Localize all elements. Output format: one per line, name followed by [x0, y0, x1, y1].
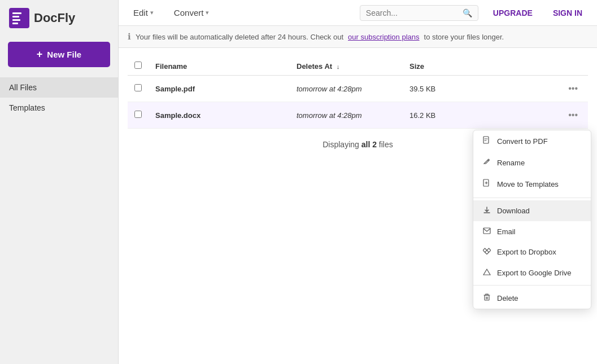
info-icon: ℹ: [128, 32, 131, 42]
row2-size-cell: 16.2 KB: [403, 102, 470, 129]
check-column-header: [128, 57, 149, 76]
filename-column-header[interactable]: Filename: [149, 57, 290, 76]
upgrade-button[interactable]: UPGRADE: [487, 5, 538, 21]
sidebar-item-all-files[interactable]: All Files: [0, 77, 118, 98]
row1-check-cell: [128, 76, 149, 102]
context-menu-item-export-dropbox[interactable]: Export to Dropbox: [473, 242, 591, 262]
row2-filename-cell: Sample.docx: [149, 102, 290, 129]
sidebar: DocFly + New File All Files Templates: [0, 0, 119, 364]
rename-icon: [482, 158, 491, 168]
logo-icon: [9, 8, 29, 28]
context-menu-item-move-to-templates[interactable]: Move to Templates: [473, 173, 591, 195]
svg-rect-4: [12, 23, 18, 24]
row2-menu-button[interactable]: •••: [565, 109, 581, 121]
move-to-templates-label: Move to Templates: [497, 180, 559, 188]
context-menu-item-download[interactable]: Download: [473, 200, 591, 221]
row2-check-cell: [128, 102, 149, 129]
email-label: Email: [497, 227, 516, 236]
actions-column-header: [470, 57, 588, 76]
context-menu-divider-2: [473, 285, 591, 286]
select-all-checkbox[interactable]: [134, 62, 142, 69]
topbar: Edit ▾ Convert ▾ 🔍 UPGRADE SIGN IN: [119, 0, 597, 26]
convert-chevron-icon: ▾: [206, 9, 209, 16]
convert-label: Convert: [174, 8, 204, 17]
export-google-drive-icon: [482, 268, 491, 277]
rename-label: Rename: [497, 159, 525, 167]
row1-actions-cell: •••: [470, 76, 588, 102]
row2-checkbox[interactable]: [134, 111, 142, 118]
subscription-plans-link[interactable]: our subscription plans: [348, 33, 419, 41]
download-label: Download: [497, 207, 530, 215]
table-row: Sample.pdf tomorrow at 4:28pm 39.5 KB ••…: [128, 76, 588, 102]
row2-deletes-cell: tomorrow at 4:28pm: [290, 102, 403, 129]
row1-filename-cell: Sample.pdf: [149, 76, 290, 102]
deletes-at-column-header[interactable]: Deletes At ↓: [290, 57, 403, 76]
context-menu-item-rename[interactable]: Rename: [473, 152, 591, 173]
size-column-header[interactable]: Size: [403, 57, 470, 76]
context-menu-item-email[interactable]: Email: [473, 221, 591, 242]
display-bold: all 2: [361, 140, 377, 149]
export-dropbox-icon: [482, 247, 491, 257]
email-icon: [482, 227, 491, 236]
svg-rect-8: [485, 295, 489, 300]
edit-label: Edit: [133, 8, 148, 17]
search-input[interactable]: [366, 8, 459, 17]
banner-text-after: to store your files longer.: [424, 33, 504, 41]
sort-icon: ↓: [337, 63, 340, 70]
table-row: Sample.docx tomorrow at 4:28pm 16.2 KB •…: [128, 102, 588, 129]
display-before: Displaying: [323, 140, 361, 149]
signin-button[interactable]: SIGN IN: [547, 5, 588, 21]
export-google-drive-label: Export to Google Drive: [497, 269, 572, 277]
row2-actions-cell: •••: [470, 102, 588, 129]
new-file-button[interactable]: + New File: [8, 42, 110, 67]
context-menu-item-convert-to-pdf[interactable]: Convert to PDF: [473, 130, 591, 152]
row1-menu-button[interactable]: •••: [565, 82, 581, 95]
context-menu-item-export-google-drive[interactable]: Export to Google Drive: [473, 262, 591, 283]
convert-to-pdf-label: Convert to PDF: [497, 137, 548, 146]
signin-label: SIGN IN: [553, 8, 582, 17]
display-after: files: [377, 140, 393, 149]
delete-label: Delete: [497, 294, 518, 302]
sidebar-item-all-files-label: All Files: [9, 83, 37, 92]
search-bar: 🔍: [360, 5, 478, 21]
svg-rect-0: [9, 8, 29, 28]
search-icon: 🔍: [463, 8, 472, 17]
banner-text-before: Your files will be automatically deleted…: [136, 33, 343, 41]
convert-to-pdf-icon: [482, 136, 491, 147]
context-menu: Convert to PDF Rename Move to Templates …: [473, 130, 591, 309]
sidebar-item-templates-label: Templates: [9, 103, 45, 112]
convert-button[interactable]: Convert ▾: [168, 5, 215, 21]
export-dropbox-label: Export to Dropbox: [497, 248, 556, 256]
edit-button[interactable]: Edit ▾: [128, 5, 159, 21]
file-table-body: Sample.pdf tomorrow at 4:28pm 39.5 KB ••…: [128, 76, 588, 129]
row1-checkbox[interactable]: [134, 84, 142, 91]
svg-rect-7: [483, 228, 490, 234]
context-menu-item-delete[interactable]: Delete: [473, 288, 591, 309]
download-icon: [482, 206, 491, 216]
logo-text: DocFly: [34, 11, 75, 25]
svg-rect-3: [12, 19, 20, 21]
upgrade-label: UPGRADE: [493, 8, 533, 17]
sidebar-item-templates[interactable]: Templates: [0, 98, 118, 118]
sidebar-nav: All Files Templates: [0, 77, 118, 118]
svg-rect-2: [12, 16, 19, 17]
svg-rect-5: [483, 137, 489, 143]
logo-area: DocFly: [0, 0, 118, 36]
svg-rect-1: [12, 12, 21, 14]
main-content: Edit ▾ Convert ▾ 🔍 UPGRADE SIGN IN ℹ You…: [119, 0, 597, 364]
delete-icon: [482, 293, 491, 303]
row1-size-cell: 39.5 KB: [403, 76, 470, 102]
edit-chevron-icon: ▾: [150, 9, 154, 16]
plus-icon: +: [37, 49, 43, 60]
file-table: Filename Deletes At ↓ Size: [128, 57, 588, 129]
move-to-templates-icon: [482, 179, 491, 190]
new-file-label: New File: [47, 50, 81, 59]
row1-deletes-cell: tomorrow at 4:28pm: [290, 76, 403, 102]
info-banner: ℹ Your files will be automatically delet…: [119, 26, 597, 48]
context-menu-divider-1: [473, 198, 591, 198]
